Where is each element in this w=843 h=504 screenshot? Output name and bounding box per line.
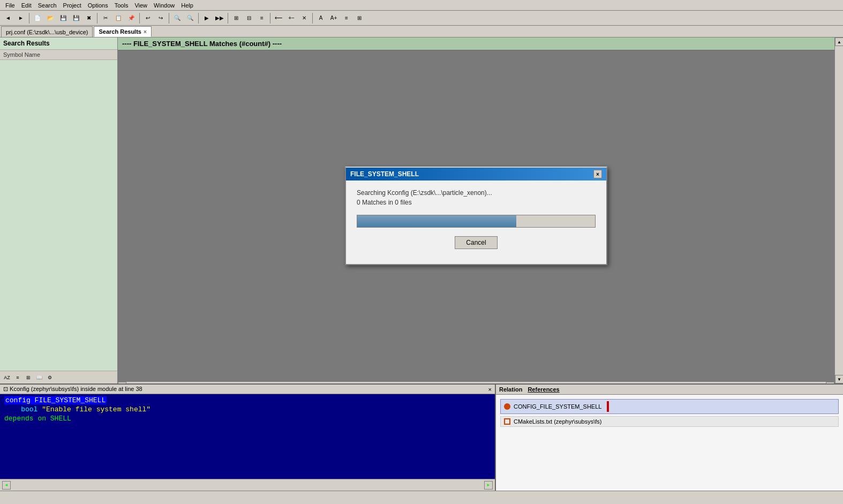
menu-file[interactable]: File	[2, 1, 18, 10]
main-layout: Search Results Symbol Name AZ ≡ ⊞ 📖 ⚙ --…	[0, 37, 843, 383]
code-panel-titlebar: ⊡ Kconfig (zephyr\subsys\fs) inside modu…	[0, 385, 495, 394]
toolbar-text2-btn[interactable]: A+	[328, 12, 340, 24]
toolbar-new-btn[interactable]: 📄	[32, 12, 43, 24]
code-line-3-text: depends on SHELL	[4, 415, 71, 423]
toolbar-cut-btn[interactable]: ✂	[100, 12, 111, 24]
code-line-2-text: bool "Enable file system shell"	[4, 405, 150, 413]
tab-search-results-label: Search Results	[99, 28, 141, 35]
sidebar-book-btn[interactable]: 📖	[34, 373, 44, 382]
references-tab[interactable]: References	[524, 386, 562, 393]
code-content: config FILE_SYSTEM_SHELL bool "Enable fi…	[0, 394, 495, 477]
menu-options[interactable]: Options	[85, 1, 111, 10]
menu-window[interactable]: Window	[150, 1, 178, 10]
toolbar-nav2-btn[interactable]: +−	[285, 12, 297, 24]
ref-config-marker	[607, 401, 609, 412]
sidebar-list-btn[interactable]: ≡	[13, 373, 22, 382]
hscroll-right-btn[interactable]: ►	[826, 382, 834, 384]
toolbar-close-btn[interactable]: ✖	[83, 12, 95, 24]
sidebar: Search Results Symbol Name AZ ≡ ⊞ 📖 ⚙	[0, 37, 118, 383]
toolbar-save-btn[interactable]: 💾	[57, 12, 69, 24]
code-hscroll-left-btn[interactable]: ◄	[2, 481, 11, 490]
code-panel-close-btn[interactable]: ×	[488, 386, 492, 393]
toolbar-back-btn[interactable]: ◄	[2, 12, 14, 24]
toolbar-sep-1	[29, 13, 29, 24]
tab-bar: prj.conf (E:\zsdk\...\usb_device) Search…	[0, 26, 843, 37]
vscroll-up-btn[interactable]: ▲	[835, 37, 843, 46]
status-bar	[0, 491, 843, 504]
menu-bar: File Edit Search Project Options Tools V…	[0, 0, 843, 11]
toolbar-sep-6	[228, 13, 228, 24]
hscroll-left-btn[interactable]: ◄	[118, 382, 126, 384]
toolbar-copy-btn[interactable]: 📋	[112, 12, 124, 24]
sidebar-title: Search Results	[0, 37, 117, 50]
progress-bar-container	[357, 215, 596, 228]
menu-edit[interactable]: Edit	[18, 1, 35, 10]
toolbar-sep-4	[169, 13, 169, 24]
vscroll-down-btn[interactable]: ▼	[835, 375, 843, 383]
menu-search[interactable]: Search	[35, 1, 60, 10]
sidebar-toolbar: AZ ≡ ⊞ 📖 ⚙	[0, 371, 117, 383]
modal-cancel-button[interactable]: Cancel	[455, 236, 497, 249]
ref-config-icon	[504, 403, 510, 410]
code-bottom-bar: ◄ ►	[0, 479, 495, 491]
modal-title: FILE_SYSTEM_SHELL	[350, 170, 419, 178]
toolbar-build-btn[interactable]: ▶	[201, 12, 213, 24]
menu-project[interactable]: Project	[60, 1, 85, 10]
toolbar-forward-btn[interactable]: ►	[15, 12, 27, 24]
reference-item-config[interactable]: CONFIG_FILE_SYSTEM_SHELL	[500, 399, 839, 414]
sidebar-column-header: Symbol Name	[0, 50, 117, 60]
toolbar-text4-btn[interactable]: ⊞	[353, 12, 365, 24]
tab-prj-conf[interactable]: prj.conf (E:\zsdk\...\usb_device)	[1, 26, 93, 37]
content-header: ---- FILE_SYSTEM_SHELL Matches (#count#)…	[118, 37, 834, 50]
toolbar-text3-btn[interactable]: ≡	[341, 12, 352, 24]
toolbar: ◄ ► 📄 📂 💾 💾 ✖ ✂ 📋 📌 ↩ ↪ 🔍 🔍 ▶ ▶▶ ⊞ ⊟ ≡ ⟵…	[0, 11, 843, 26]
modal-footer: Cancel	[357, 236, 596, 255]
code-line-1: config FILE_SYSTEM_SHELL	[4, 396, 491, 404]
code-line-2: bool "Enable file system shell"	[4, 404, 491, 413]
tab-search-results-close[interactable]: ×	[144, 29, 147, 35]
toolbar-paste-btn[interactable]: 📌	[125, 12, 137, 24]
toolbar-grid-btn[interactable]: ⊞	[230, 12, 242, 24]
code-hscroll-right-btn[interactable]: ►	[484, 481, 493, 490]
hscroll-track[interactable]	[126, 382, 826, 384]
ref-cmake-icon	[504, 418, 510, 425]
toolbar-open-btn[interactable]: 📂	[44, 12, 56, 24]
sidebar-az-btn[interactable]: AZ	[2, 373, 12, 382]
code-highlight-text: config FILE_SYSTEM_SHELL	[4, 396, 107, 404]
toolbar-close2-btn[interactable]: ✕	[298, 12, 310, 24]
toolbar-sep-7	[270, 13, 270, 24]
toolbar-grid2-btn[interactable]: ⊟	[243, 12, 255, 24]
modal-status-matches: 0 Matches in 0 files	[357, 199, 596, 206]
toolbar-redo-btn[interactable]: ↪	[155, 12, 167, 24]
menu-help[interactable]: Help	[178, 1, 197, 10]
menu-tools[interactable]: Tools	[111, 1, 132, 10]
references-title-text: Relation	[499, 386, 522, 393]
vscroll-track[interactable]	[835, 46, 843, 375]
code-line-3: depends on SHELL	[4, 413, 491, 423]
toolbar-undo-btn[interactable]: ↩	[142, 12, 154, 24]
menu-view[interactable]: View	[131, 1, 150, 10]
toolbar-sep-3	[139, 13, 140, 24]
tab-search-results[interactable]: Search Results ×	[94, 26, 151, 37]
toolbar-nav-btn[interactable]: ⟵	[273, 12, 284, 24]
modal-overlay: FILE_SYSTEM_SHELL × Searching Kconfig (E…	[118, 50, 834, 381]
reference-item-cmake[interactable]: CMakeLists.txt (zephyr\subsys\fs)	[500, 416, 839, 427]
toolbar-search-btn[interactable]: 🔍	[171, 12, 183, 24]
ref-cmake-label: CMakeLists.txt (zephyr\subsys\fs)	[514, 418, 601, 425]
code-hscroll-track[interactable]	[11, 481, 484, 490]
code-panel-subtitle: inside module at line 38	[80, 386, 142, 392]
code-panel-title: ⊡ Kconfig (zephyr\subsys\fs) inside modu…	[3, 386, 142, 393]
content-area: ---- FILE_SYSTEM_SHELL Matches (#count#)…	[118, 37, 834, 383]
toolbar-grid3-btn[interactable]: ≡	[256, 12, 268, 24]
modal-close-btn[interactable]: ×	[593, 170, 602, 178]
toolbar-text-btn[interactable]: A	[315, 12, 327, 24]
sidebar-gear-btn[interactable]: ⚙	[45, 373, 55, 382]
toolbar-save-all-btn[interactable]: 💾	[70, 12, 82, 24]
toolbar-search2-btn[interactable]: 🔍	[184, 12, 196, 24]
modal-titlebar: FILE_SYSTEM_SHELL ×	[346, 168, 606, 180]
toolbar-run-btn[interactable]: ▶▶	[214, 12, 225, 24]
sidebar-grid-btn[interactable]: ⊞	[24, 373, 33, 382]
references-content: CONFIG_FILE_SYSTEM_SHELL CMakeLists.txt …	[496, 395, 843, 491]
tab-prj-conf-label: prj.conf (E:\zsdk\...\usb_device)	[6, 29, 88, 35]
modal-body: Searching Kconfig (E:\zsdk\...\particle_…	[346, 180, 606, 264]
